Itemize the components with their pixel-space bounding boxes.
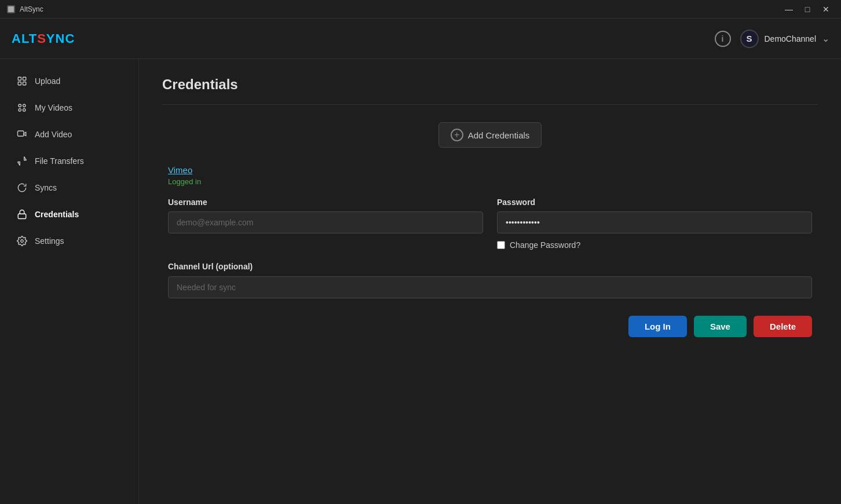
plus-circle-icon: + [451,129,463,141]
sidebar-label-add-video: Add Video [35,130,72,139]
password-input[interactable] [497,211,812,233]
svg-rect-9 [18,131,24,136]
header: ALTSYNC i S DemoChannel ⌄ [0,19,841,59]
svg-point-11 [21,240,24,243]
syncs-icon [16,182,28,193]
save-button[interactable]: Save [694,316,747,337]
sidebar-label-upload: Upload [35,76,60,86]
titlebar-controls: — □ ✕ [781,1,834,17]
svg-rect-2 [23,77,26,80]
app-title: AltSync [20,5,43,13]
username-input[interactable] [168,211,483,233]
sidebar-label-settings: Settings [35,236,64,246]
minimize-button[interactable]: — [781,1,797,17]
password-label: Password [497,198,812,207]
content-area: Credentials + Add Credentials Vimeo Logg… [139,59,841,504]
logo-ync: YNC [46,31,75,46]
close-button[interactable]: ✕ [818,1,834,17]
app-icon [7,5,15,13]
add-credentials-label: Add Credentials [468,130,530,140]
credentials-section: Vimeo Logged in Username Password Change… [162,165,818,337]
app: ALTSYNC i S DemoChannel ⌄ Upload [0,19,841,504]
maximize-button[interactable]: □ [799,1,816,17]
password-group: Password Change Password? [497,198,812,250]
titlebar-left: AltSync [7,5,43,13]
logo-alt: ALT [12,31,37,46]
svg-point-8 [23,109,26,112]
videos-icon [16,102,28,114]
sidebar-item-file-transfers[interactable]: File Transfers [5,148,134,174]
sidebar-item-settings[interactable]: Settings [5,228,134,254]
credentials-icon [16,209,28,220]
username-group: Username [168,198,483,250]
header-right: i S DemoChannel ⌄ [715,30,830,48]
svg-point-5 [19,104,21,107]
user-name: DemoChannel [765,34,817,43]
info-icon[interactable]: i [715,31,731,47]
svg-rect-3 [18,82,21,85]
logo-s: S [37,31,46,46]
username-password-row: Username Password Change Password? [168,198,812,250]
sidebar-item-syncs[interactable]: Syncs [5,175,134,200]
svg-rect-4 [23,82,26,85]
username-label: Username [168,198,483,207]
login-status: Logged in [168,177,812,186]
sidebar-item-add-video[interactable]: Add Video [5,122,134,147]
login-button[interactable]: Log In [628,316,687,337]
change-password-label: Change Password? [510,240,580,250]
divider [162,104,818,105]
logo: ALTSYNC [12,31,75,46]
add-video-icon [16,129,28,140]
titlebar: AltSync — □ ✕ [0,0,841,19]
change-password-row: Change Password? [497,240,812,250]
svg-rect-10 [18,214,26,218]
upload-icon [16,75,28,87]
add-credentials-button[interactable]: + Add Credentials [438,122,542,148]
channel-url-group: Channel Url (optional) [168,261,812,298]
change-password-checkbox[interactable] [497,241,505,249]
avatar: S [740,30,759,48]
user-badge[interactable]: S DemoChannel ⌄ [740,30,830,48]
main: Upload My Videos Add Video [0,59,841,504]
svg-point-6 [23,104,26,107]
svg-rect-1 [18,77,21,80]
sidebar-item-upload[interactable]: Upload [5,68,134,94]
svg-rect-0 [8,6,14,12]
page-title: Credentials [162,76,818,93]
sidebar: Upload My Videos Add Video [0,59,139,504]
sidebar-label-credentials: Credentials [35,210,79,219]
delete-button[interactable]: Delete [754,316,812,337]
sidebar-label-file-transfers: File Transfers [35,156,84,166]
platform-name[interactable]: Vimeo [168,165,812,175]
channel-url-input[interactable] [168,276,812,298]
chevron-down-icon: ⌄ [822,33,829,44]
add-credentials-wrapper: + Add Credentials [162,122,818,148]
sidebar-item-credentials[interactable]: Credentials [5,202,134,227]
sidebar-label-my-videos: My Videos [35,103,72,112]
channel-url-label: Channel Url (optional) [168,262,253,271]
sidebar-item-my-videos[interactable]: My Videos [5,95,134,120]
form-actions: Log In Save Delete [168,316,812,337]
svg-point-7 [19,109,21,112]
file-transfers-icon [16,155,28,167]
settings-icon [16,235,28,247]
sidebar-label-syncs: Syncs [35,183,57,192]
